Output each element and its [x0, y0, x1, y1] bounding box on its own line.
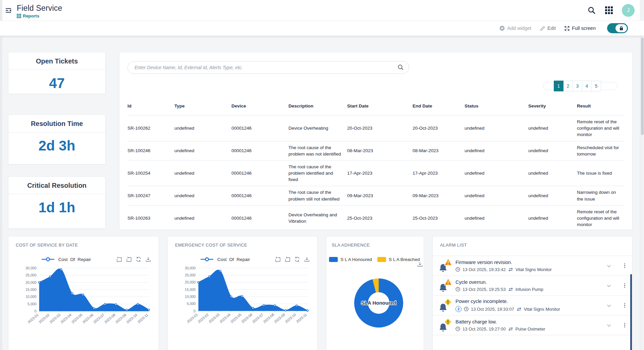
table-cell: undefined	[174, 189, 231, 202]
svg-text:0: 0	[35, 309, 37, 313]
alarm-warning-icon	[437, 318, 453, 333]
table-row[interactable]: SR-100246undefined00001246The root cause…	[127, 141, 624, 160]
edit-button[interactable]: Edit	[540, 26, 556, 31]
kebab-menu-icon[interactable]	[623, 282, 626, 289]
alarm-list-scrollbar[interactable]	[630, 274, 632, 350]
swap-icon	[508, 268, 513, 271]
table-cell: Remote reset of the configuration and wi…	[577, 206, 624, 230]
legend-swatch[interactable]	[377, 257, 386, 262]
dashboard-action-bar: Add widget Edit Full screen	[0, 21, 644, 36]
kpi-label: Open Tickets	[8, 52, 105, 70]
add-widget-button[interactable]: Add widget	[499, 26, 531, 31]
svg-text:20,000: 20,000	[25, 280, 36, 285]
swap-icon	[508, 327, 513, 331]
svg-text:2023-10: 2023-10	[284, 312, 297, 324]
cost-of-service-chart[interactable]: 05,00010,00015,00020,00025,00030,0002023…	[16, 264, 151, 340]
svg-text:2023-08: 2023-08	[104, 313, 116, 324]
table-cell: 17-Apr-2023	[413, 167, 465, 179]
column-header: End Date	[413, 99, 465, 115]
breadcrumb[interactable]: Reports	[17, 13, 62, 18]
search-icon[interactable]	[587, 6, 596, 15]
cost-of-service-widget: COST OF SERVICE BY DATE Cost Of Repair 0…	[8, 236, 159, 350]
table-cell: undefined	[465, 167, 528, 179]
table-pagination: 12345	[543, 80, 618, 92]
data-zoom-icon[interactable]	[116, 256, 122, 262]
svg-text:2023-11: 2023-11	[295, 312, 308, 324]
alarm-item[interactable]: Power cycle incomplete.213 Oct 2025, 19:…	[433, 296, 632, 315]
table-cell: The root cause of the problem identified…	[288, 161, 347, 186]
pencil-icon	[540, 26, 545, 31]
page-scrollbar-thumb[interactable]	[641, 38, 644, 135]
svg-text:2023-05: 2023-05	[71, 313, 83, 324]
alarm-count-badge: 2	[455, 306, 462, 312]
full-screen-button[interactable]: Full screen	[565, 26, 596, 31]
column-header: Device	[231, 99, 288, 115]
data-zoom-icon[interactable]	[275, 256, 281, 262]
legend-cost-of-repair[interactable]: Cost Of Repair	[16, 257, 116, 262]
avatar[interactable]: J	[622, 4, 635, 17]
svg-text:2023-01: 2023-01	[27, 313, 39, 324]
field-service-dashboard: Field Service Reports J Add widget E	[0, 0, 644, 350]
table-cell: SR-100254	[127, 167, 174, 179]
chevron-down-icon[interactable]	[607, 302, 611, 308]
table-row[interactable]: SR-100263undefined00001246Device Overhea…	[127, 205, 624, 230]
table-cell: Narrowing down on the issue	[577, 186, 624, 205]
kebab-menu-icon[interactable]	[623, 302, 626, 309]
legend-swatch[interactable]	[329, 257, 338, 262]
chevron-down-icon[interactable]	[607, 322, 611, 328]
column-header: Status	[465, 99, 528, 115]
svg-text:15,000: 15,000	[25, 288, 36, 292]
alarm-critical-icon	[437, 278, 453, 293]
svg-text:2023-03: 2023-03	[208, 312, 220, 324]
alarm-timestamp: 13 Oct 2025, 19:33:42	[463, 267, 506, 272]
clock-icon	[464, 307, 469, 311]
download-icon[interactable]	[417, 261, 423, 269]
table-row[interactable]: SR-100262undefined00001246Device Overhea…	[127, 115, 624, 141]
alarm-timestamp: 13 Oct 2025, 19:27:00	[463, 326, 506, 332]
zoom-reset-icon[interactable]	[126, 256, 132, 262]
restore-icon[interactable]	[136, 256, 142, 262]
alarm-warning-icon	[437, 298, 453, 313]
pagination-page-1[interactable]: 1	[554, 81, 564, 91]
search-submit-icon[interactable]	[397, 64, 404, 72]
swap-icon	[517, 307, 522, 311]
chevron-down-icon[interactable]	[607, 282, 611, 289]
svg-text:2023-02: 2023-02	[38, 313, 50, 324]
table-row[interactable]: SR-100254undefined00001246The root cause…	[127, 160, 624, 186]
lock-dashboard-toggle[interactable]	[607, 23, 628, 33]
alarm-title: Power cycle incomplete.	[455, 299, 603, 304]
sla-donut-chart[interactable]: SLA Honoured	[332, 262, 424, 346]
lock-icon	[619, 26, 624, 31]
table-row[interactable]: SR-100247undefined00001246The root cause…	[127, 186, 624, 205]
table-cell: undefined	[174, 212, 231, 224]
svg-text:10,000: 10,000	[185, 295, 196, 299]
download-icon[interactable]	[145, 256, 151, 262]
svg-text:2023-09: 2023-09	[273, 312, 286, 324]
pagination-page-3[interactable]: 3	[573, 81, 582, 91]
device-search-input[interactable]	[127, 61, 409, 74]
pagination-page-5[interactable]: 5	[591, 81, 601, 91]
alarm-item[interactable]: Cycle overrun.13 Oct 2025, 19:25:53Infus…	[433, 276, 632, 296]
zoom-reset-icon[interactable]	[284, 256, 290, 262]
table-cell: undefined	[528, 167, 577, 179]
chevron-down-icon[interactable]	[607, 263, 611, 269]
sla-legend[interactable]: S L A HonouredS L A Breached	[329, 257, 424, 262]
alarm-item[interactable]: Battery charge low.13 Oct 2025, 19:27:00…	[433, 315, 632, 335]
svg-text:2023-01: 2023-01	[186, 312, 199, 324]
table-cell: 09-Mar-2023	[347, 189, 413, 202]
table-cell: SR-100263	[127, 212, 174, 224]
restore-icon[interactable]	[294, 256, 300, 262]
svg-text:2023-02: 2023-02	[197, 312, 209, 324]
alarm-item[interactable]: Firmware version revision.13 Oct 2025, 1…	[433, 256, 632, 276]
kebab-menu-icon[interactable]	[623, 262, 626, 269]
app-launcher-icon[interactable]	[605, 6, 613, 14]
page-scrollbar[interactable]	[640, 0, 644, 350]
pagination-page-4[interactable]: 4	[582, 81, 592, 91]
table-cell: 25-Oct-2023	[413, 212, 465, 224]
kebab-menu-icon[interactable]	[623, 322, 626, 329]
collapse-menu-icon[interactable]	[5, 7, 12, 14]
download-icon[interactable]	[304, 256, 310, 262]
pagination-page-2[interactable]: 2	[563, 81, 573, 91]
emergency-cost-chart[interactable]: 05,00010,00015,00020,00025,00030,0002023…	[175, 264, 310, 340]
legend-cost-of-repair[interactable]: Cost Of Repair	[175, 257, 275, 262]
